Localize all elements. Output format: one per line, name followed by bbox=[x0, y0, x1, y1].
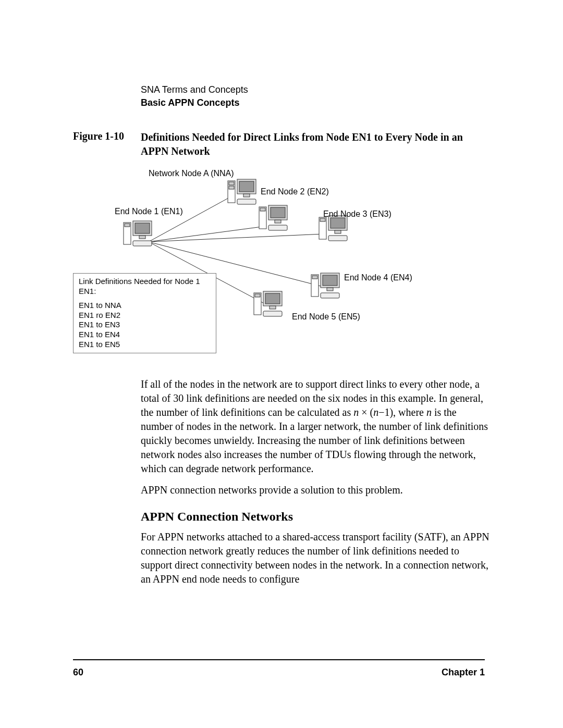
svg-rect-31 bbox=[312, 276, 317, 279]
svg-rect-6 bbox=[229, 182, 234, 185]
computer-en2-icon bbox=[258, 203, 289, 231]
svg-rect-33 bbox=[323, 275, 337, 286]
svg-rect-27 bbox=[331, 218, 345, 228]
svg-rect-7 bbox=[229, 186, 234, 189]
p1-mid: × ( bbox=[359, 406, 373, 418]
svg-rect-41 bbox=[263, 311, 282, 316]
link-box-title: Link Definitions Needed for Node 1 EN1: bbox=[79, 277, 211, 297]
header-section: Basic APPN Concepts bbox=[141, 96, 490, 109]
paragraph-2: APPN connection networks provide a solut… bbox=[141, 483, 490, 497]
svg-rect-21 bbox=[271, 207, 285, 218]
header-chapter-topic: SNA Terms and Concepts bbox=[141, 83, 490, 96]
computer-en4-icon bbox=[310, 270, 341, 299]
page-number: 60 bbox=[73, 667, 83, 678]
computer-en5-icon bbox=[253, 289, 284, 317]
p1-mid2: −1), where bbox=[378, 406, 426, 418]
svg-rect-34 bbox=[327, 288, 333, 291]
svg-rect-28 bbox=[335, 230, 341, 233]
svg-rect-9 bbox=[239, 181, 254, 192]
body-text: If all of the nodes in the network are t… bbox=[141, 377, 490, 497]
paragraph-3: For APPN networks attached to a shared-a… bbox=[141, 530, 490, 586]
svg-rect-11 bbox=[237, 199, 256, 204]
p1-n3: n bbox=[426, 406, 432, 418]
figure-heading-row: Figure 1-10 Definitions Needed for Direc… bbox=[73, 130, 490, 158]
computer-nna-icon bbox=[227, 177, 258, 205]
svg-line-2 bbox=[149, 234, 323, 242]
link-box-line: EN1 ro EN2 bbox=[79, 311, 211, 320]
svg-rect-19 bbox=[260, 208, 265, 211]
svg-rect-22 bbox=[275, 220, 281, 223]
svg-rect-17 bbox=[133, 241, 152, 246]
chapter-label: Chapter 1 bbox=[442, 667, 485, 678]
section-heading: APPN Connection Networks bbox=[141, 510, 490, 524]
label-en2: End Node 2 (EN2) bbox=[261, 187, 329, 196]
svg-rect-40 bbox=[270, 306, 276, 309]
label-en4: End Node 4 (EN4) bbox=[344, 273, 412, 282]
figure-diagram: Network Node A (NNA) End Node 2 (EN2) En… bbox=[73, 169, 422, 336]
svg-rect-15 bbox=[135, 223, 150, 233]
body-text-2: For APPN networks attached to a shared-a… bbox=[141, 530, 490, 586]
paragraph-1: If all of the nodes in the network are t… bbox=[141, 377, 490, 476]
svg-line-0 bbox=[149, 198, 229, 242]
page: SNA Terms and Concepts Basic APPN Concep… bbox=[0, 0, 563, 728]
svg-rect-35 bbox=[321, 293, 339, 298]
label-en1: End Node 1 (EN1) bbox=[115, 207, 183, 216]
svg-rect-10 bbox=[243, 194, 250, 197]
svg-rect-13 bbox=[125, 224, 130, 227]
svg-rect-16 bbox=[139, 236, 145, 239]
computer-en1-icon bbox=[123, 218, 154, 247]
link-box-line: EN1 to EN5 bbox=[79, 340, 211, 350]
svg-rect-29 bbox=[328, 236, 347, 241]
running-header: SNA Terms and Concepts Basic APPN Concep… bbox=[141, 83, 490, 109]
label-en5: End Node 5 (EN5) bbox=[292, 312, 360, 322]
p1-n2: n bbox=[373, 406, 378, 418]
svg-rect-39 bbox=[265, 293, 280, 304]
svg-rect-23 bbox=[268, 225, 287, 230]
figure-caption: Definitions Needed for Direct Links from… bbox=[141, 130, 490, 158]
svg-line-1 bbox=[149, 226, 266, 242]
figure-label: Figure 1-10 bbox=[73, 130, 141, 142]
link-box-line: EN1 to EN4 bbox=[79, 330, 211, 340]
page-footer: 60 Chapter 1 bbox=[73, 667, 485, 678]
link-box-line: EN1 to EN3 bbox=[79, 320, 211, 330]
svg-rect-37 bbox=[255, 294, 260, 297]
footer-rule bbox=[73, 659, 485, 660]
p1-n1: n bbox=[353, 406, 359, 418]
label-nna: Network Node A (NNA) bbox=[149, 169, 234, 178]
link-box-line: EN1 to NNA bbox=[79, 301, 211, 311]
link-definitions-box: Link Definitions Needed for Node 1 EN1: … bbox=[73, 273, 216, 353]
label-en3: End Node 3 (EN3) bbox=[323, 209, 391, 219]
